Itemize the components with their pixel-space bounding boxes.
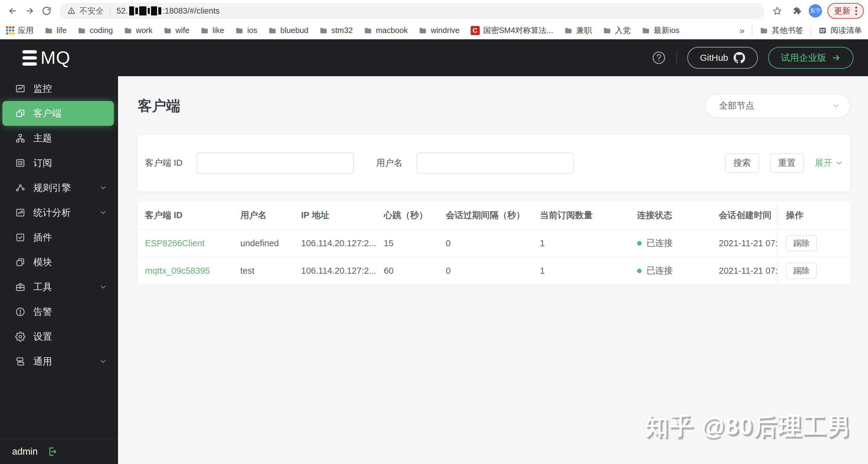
username-label: 用户名 xyxy=(376,157,403,169)
folder-icon xyxy=(642,26,650,35)
emq-logo: MQ xyxy=(22,49,70,67)
kick-button[interactable]: 踢除 xyxy=(786,235,817,251)
bookmark-folder[interactable]: ios xyxy=(235,26,257,35)
reading-list[interactable]: 阅读清单 xyxy=(818,25,862,36)
bookmark-folder[interactable]: wife xyxy=(163,26,189,35)
help-icon[interactable] xyxy=(652,51,666,65)
bookmarks-right: » 其他书签 阅读清单 xyxy=(739,25,862,36)
expand-link[interactable]: 展开 xyxy=(815,157,843,169)
toolbar-right: 东宁 更新 xyxy=(769,2,864,19)
general-icon xyxy=(15,356,25,367)
table-header-row: 客户端 ID 用户名 IP 地址 心跳（秒） 会话过期间隔（秒） 当前订阅数量 … xyxy=(138,201,850,230)
monitor-icon xyxy=(15,84,25,94)
folder-icon xyxy=(364,26,372,35)
bookmark-folder[interactable]: bluebud xyxy=(268,26,308,35)
alarm-icon xyxy=(15,307,25,317)
analytics-icon xyxy=(15,207,25,218)
logout-icon[interactable] xyxy=(46,446,57,457)
bookmark-site-sm4[interactable]: C 国密SM4对称算法... xyxy=(471,25,553,36)
sidebar-item-tools[interactable]: 工具 xyxy=(0,275,118,299)
bookmark-folder[interactable]: coding xyxy=(78,26,113,35)
sidebar-item-monitoring[interactable]: 监控 xyxy=(0,76,118,101)
sidebar-item-settings[interactable]: 设置 xyxy=(0,324,118,349)
sidebar: 监控 客户端 主题 订阅 规则引擎 统计分析 xyxy=(0,76,118,464)
sidebar-item-alarms[interactable]: 告警 xyxy=(0,299,118,324)
bookmark-folder[interactable]: 入党 xyxy=(603,25,631,36)
bookmark-star-icon[interactable] xyxy=(769,2,786,19)
node-select[interactable]: 全部节点 xyxy=(705,94,850,118)
sidebar-item-topics[interactable]: 主题 xyxy=(0,126,118,151)
divider xyxy=(810,26,811,35)
bookmark-folder[interactable]: like xyxy=(200,26,224,35)
bookmark-folder[interactable]: windrive xyxy=(418,26,459,35)
sidebar-item-plugins[interactable]: 插件 xyxy=(0,225,118,250)
chevron-down-icon xyxy=(835,159,843,167)
extensions-icon[interactable] xyxy=(789,2,806,19)
watermark: 知乎 @80后理工男 xyxy=(645,410,851,442)
sidebar-item-subscriptions[interactable]: 订阅 xyxy=(0,151,118,175)
bookmark-folder[interactable]: life xyxy=(44,26,67,35)
gear-icon xyxy=(15,332,25,342)
not-secure-icon xyxy=(67,7,76,15)
plugins-icon xyxy=(15,232,25,242)
status-badge: 已连接 xyxy=(647,237,673,249)
client-id-link[interactable]: mqttx_09c58395 xyxy=(145,266,210,276)
current-user: admin xyxy=(12,446,37,457)
redacted-ip xyxy=(129,6,161,15)
folder-icon xyxy=(163,26,172,35)
bookmark-folder-group-a: life coding work wife like xyxy=(44,26,460,35)
sidebar-item-rule-engine[interactable]: 规则引擎 xyxy=(0,175,118,200)
avatar[interactable]: 东宁 xyxy=(809,4,822,18)
divider xyxy=(752,26,752,35)
chevron-down-icon xyxy=(99,184,107,192)
folder-icon xyxy=(268,26,277,35)
arrow-right-icon xyxy=(832,53,841,62)
chrome-update-button[interactable]: 更新 xyxy=(828,3,864,19)
forward-icon[interactable] xyxy=(21,2,38,19)
rule-engine-icon xyxy=(15,183,25,193)
clients-icon xyxy=(15,108,25,119)
bookmark-folder[interactable]: 兼职 xyxy=(564,25,592,36)
github-icon xyxy=(734,52,745,64)
folder-icon xyxy=(603,26,611,35)
divider xyxy=(676,51,677,65)
folder-icon xyxy=(319,26,328,35)
folder-icon xyxy=(564,26,572,35)
sidebar-footer: admin xyxy=(0,439,118,464)
bookmark-folder[interactable]: macbook xyxy=(364,26,408,35)
sidebar-item-modules[interactable]: 模块 xyxy=(0,250,118,275)
bookmark-folder[interactable]: work xyxy=(124,26,153,35)
subscriptions-icon xyxy=(15,158,25,168)
c-favicon: C xyxy=(471,26,480,35)
sidebar-item-general[interactable]: 通用 xyxy=(0,349,118,374)
divider xyxy=(110,6,111,15)
search-button[interactable]: 搜索 xyxy=(725,153,759,173)
browser-toolbar: 不安全 52. :18083/#/clients 东宁 更新 xyxy=(0,0,868,22)
kick-button[interactable]: 踢除 xyxy=(786,263,817,279)
username-input[interactable] xyxy=(416,153,574,174)
header-actions: GitHub 试用企业版 xyxy=(652,47,854,69)
reset-button[interactable]: 重置 xyxy=(770,153,804,173)
tools-icon xyxy=(15,282,25,292)
bookmark-folder[interactable]: 最新ios xyxy=(642,25,679,36)
client-id-input[interactable] xyxy=(196,153,354,174)
sidebar-item-analytics[interactable]: 统计分析 xyxy=(0,200,118,225)
url-text: 52. :18083/#/clients xyxy=(117,6,220,16)
bookmarks-bar: 应用 life coding work wife xyxy=(0,22,868,39)
bookmarks-overflow-chevron[interactable]: » xyxy=(739,25,745,36)
try-enterprise-button[interactable]: 试用企业版 xyxy=(768,47,854,69)
menu-dots-icon xyxy=(855,7,857,15)
folder-icon xyxy=(124,26,132,35)
status-badge: 已连接 xyxy=(647,265,673,277)
client-id-link[interactable]: ESP8266Client xyxy=(145,238,205,248)
bookmark-folder-group-b: 兼职 入党 最新ios xyxy=(564,25,679,36)
other-bookmarks[interactable]: 其他书签 xyxy=(760,25,803,36)
bookmark-apps[interactable]: 应用 xyxy=(6,25,34,36)
reload-icon[interactable] xyxy=(38,2,55,19)
clients-table: 客户端 ID 用户名 IP 地址 心跳（秒） 会话过期间隔（秒） 当前订阅数量 … xyxy=(138,201,850,284)
back-icon[interactable] xyxy=(4,2,21,19)
bookmark-folder[interactable]: stm32 xyxy=(319,26,353,35)
url-bar[interactable]: 不安全 52. :18083/#/clients xyxy=(59,3,765,19)
github-button[interactable]: GitHub xyxy=(687,47,758,69)
sidebar-item-clients[interactable]: 客户端 xyxy=(2,101,114,126)
